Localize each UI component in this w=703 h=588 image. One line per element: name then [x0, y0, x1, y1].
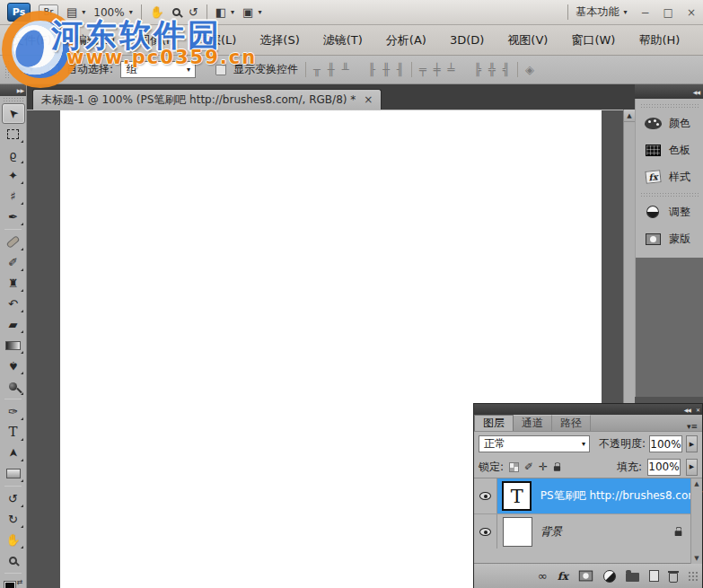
- dock-collapse-icon[interactable]: ◀◀: [693, 89, 699, 95]
- tool-spot-healing-brush[interactable]: [2, 232, 25, 252]
- layer-name[interactable]: PS笔刷吧 http://brushes8.com/: [537, 488, 702, 504]
- close-button[interactable]: ×: [687, 6, 696, 19]
- distribute-right-edges-icon[interactable]: ╣: [503, 64, 510, 75]
- align-vertical-centers-icon[interactable]: ╫: [328, 64, 335, 75]
- view-extras-dropdown-arrow[interactable]: ▾: [82, 8, 85, 16]
- new-group-icon[interactable]: [626, 573, 639, 582]
- tab-paths[interactable]: 路径: [552, 415, 591, 431]
- dock-header[interactable]: ◀◀: [635, 84, 703, 99]
- layer-list-scrollbar[interactable]: ▲ ▼: [690, 478, 702, 564]
- panel-collapse-icon[interactable]: ◀◀: [684, 407, 690, 413]
- panel-button-swatches[interactable]: 色板: [636, 136, 703, 163]
- document-tab[interactable]: 未标题-1 @ 100% (PS笔刷吧 http://brushes8.com/…: [32, 89, 382, 110]
- menu-3d[interactable]: 3D(D): [450, 33, 484, 47]
- tool-path-selection[interactable]: ➤: [2, 443, 25, 463]
- visibility-cell[interactable]: [474, 514, 497, 549]
- tool-3d-orbit[interactable]: ↻: [2, 509, 25, 530]
- blend-mode-select[interactable]: 正常 ▾: [479, 435, 590, 452]
- menu-window[interactable]: 窗口(W): [571, 32, 615, 48]
- document-tab-close-icon[interactable]: ×: [364, 93, 373, 106]
- layer-row-background[interactable]: 背景: [474, 513, 702, 549]
- panel-close-icon[interactable]: ✕: [696, 407, 699, 413]
- panel-button-styles[interactable]: fx 样式: [636, 163, 703, 190]
- panel-menu-icon[interactable]: ▾≡: [687, 422, 702, 431]
- tab-channels[interactable]: 通道: [514, 415, 552, 431]
- zoom-level-dropdown-arrow[interactable]: ▾: [129, 8, 133, 16]
- zoom-level-value[interactable]: 100%: [93, 6, 124, 19]
- opacity-value-field[interactable]: 100%: [649, 435, 682, 452]
- tool-zoom[interactable]: [2, 550, 25, 571]
- menu-edit[interactable]: 编辑(E): [75, 32, 115, 48]
- lock-transparent-pixels-icon[interactable]: [509, 462, 519, 472]
- tool-preset-dropdown-arrow[interactable]: ▾: [30, 66, 33, 74]
- eye-icon[interactable]: [479, 492, 491, 500]
- link-layers-icon[interactable]: ∞: [538, 570, 548, 582]
- tab-layers[interactable]: 图层: [474, 415, 514, 431]
- distribute-left-edges-icon[interactable]: ╠: [474, 64, 481, 75]
- tool-rectangle-shape[interactable]: [2, 463, 25, 484]
- fill-spinner-arrow[interactable]: ▶: [686, 459, 698, 476]
- distribute-vertical-centers-icon[interactable]: ╪: [434, 64, 441, 75]
- workspace-dropdown-arrow[interactable]: ▾: [624, 8, 628, 16]
- options-bar-grip[interactable]: [4, 60, 9, 80]
- auto-align-layers-icon[interactable]: ◈: [525, 64, 534, 75]
- tool-dodge[interactable]: [2, 376, 25, 397]
- rotate-view-icon[interactable]: ↺: [189, 6, 198, 18]
- scroll-down-icon[interactable]: ▼: [694, 555, 699, 562]
- tool-lasso[interactable]: ϱ: [2, 145, 25, 165]
- auto-select-checkbox[interactable]: [48, 65, 59, 75]
- tool-hand[interactable]: ✋: [2, 530, 25, 550]
- visibility-cell[interactable]: [474, 478, 497, 513]
- hand-tool-icon[interactable]: ✋: [150, 6, 164, 18]
- eye-icon[interactable]: [479, 528, 491, 536]
- workspace-switcher[interactable]: 基本功能: [576, 4, 620, 20]
- distribute-horizontal-centers-icon[interactable]: ╬: [488, 64, 496, 75]
- layer-row-text-layer[interactable]: T PS笔刷吧 http://brushes8.com/: [474, 478, 702, 513]
- align-right-edges-icon[interactable]: ╢: [397, 64, 404, 75]
- panel-resize-grip[interactable]: [688, 571, 698, 581]
- menu-layer[interactable]: 图层(L): [198, 32, 236, 48]
- maximize-button[interactable]: □: [663, 6, 673, 19]
- align-bottom-edges-icon[interactable]: ╨: [342, 64, 349, 75]
- foreground-background-colors[interactable]: ⇄: [2, 575, 25, 588]
- add-layer-mask-icon[interactable]: [579, 571, 593, 582]
- dock-grip[interactable]: [640, 103, 699, 108]
- tool-brush[interactable]: ✐: [2, 252, 25, 273]
- scroll-up-icon[interactable]: ▲: [694, 480, 699, 487]
- delete-layer-icon[interactable]: [669, 573, 678, 583]
- fill-value-field[interactable]: 100%: [647, 459, 681, 476]
- new-layer-icon[interactable]: [649, 570, 659, 582]
- panel-button-masks[interactable]: 蒙版: [636, 225, 703, 252]
- layers-panel-header[interactable]: ◀◀ ✕: [474, 404, 702, 415]
- toolbox-header[interactable]: ▶▶: [0, 84, 26, 96]
- auto-select-target-select[interactable]: 组 ▾: [120, 61, 196, 78]
- lock-image-pixels-icon[interactable]: ✐: [524, 461, 533, 472]
- text-layer-thumbnail[interactable]: T: [502, 481, 532, 511]
- align-horizontal-centers-icon[interactable]: ╫: [382, 64, 390, 75]
- tool-pen[interactable]: ✑: [2, 401, 25, 422]
- menu-file[interactable]: 文件(F): [13, 32, 52, 48]
- zoom-tool-icon[interactable]: [172, 8, 180, 16]
- tool-gradient[interactable]: [2, 335, 25, 355]
- layer-style-fx-icon[interactable]: fx: [558, 570, 568, 583]
- menu-filter[interactable]: 滤镜(T): [323, 32, 363, 48]
- arrange-documents-icon[interactable]: ◧: [215, 6, 226, 18]
- tool-eraser[interactable]: ▰: [2, 314, 25, 335]
- tool-clone-stamp[interactable]: ♜: [2, 273, 25, 294]
- menu-analysis[interactable]: 分析(A): [386, 32, 426, 48]
- panel-button-adjustments[interactable]: 调整: [636, 198, 703, 225]
- minimize-button[interactable]: −: [641, 6, 650, 19]
- menu-select[interactable]: 选择(S): [259, 32, 299, 48]
- menu-view[interactable]: 视图(V): [507, 32, 548, 48]
- layer-name[interactable]: 背景: [537, 524, 562, 540]
- tool-type[interactable]: T: [2, 422, 25, 443]
- tool-crop[interactable]: ♯: [2, 186, 25, 206]
- show-transform-controls-checkbox[interactable]: [215, 65, 226, 75]
- distribute-bottom-edges-icon[interactable]: ╧: [448, 64, 455, 75]
- launch-bridge-button[interactable]: Br: [39, 4, 58, 20]
- swap-colors-icon[interactable]: ⇄: [17, 578, 23, 586]
- dock-grip[interactable]: [640, 192, 699, 197]
- screen-mode-icon[interactable]: ▣: [242, 6, 253, 18]
- lock-position-icon[interactable]: ✛: [539, 461, 548, 472]
- tool-blur[interactable]: ♠: [2, 355, 25, 376]
